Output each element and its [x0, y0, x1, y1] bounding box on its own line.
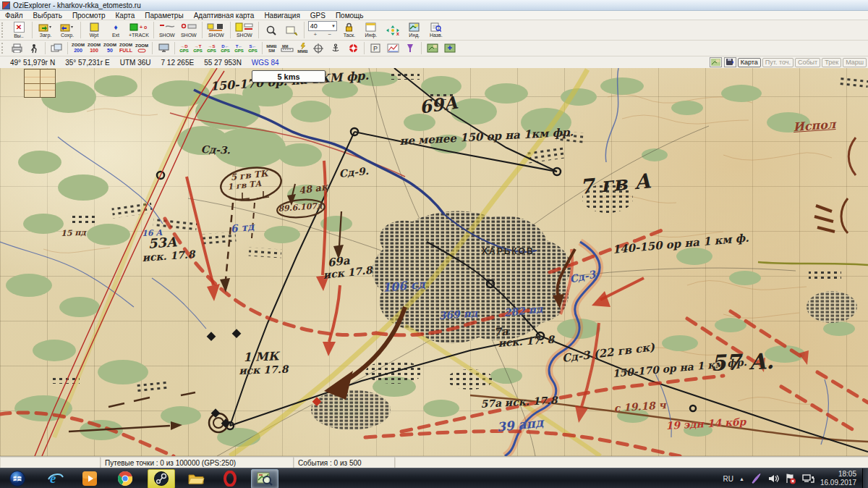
screen-button[interactable]: [155, 41, 172, 55]
media-player-icon[interactable]: [77, 470, 103, 488]
zoom-50-button[interactable]: ZOOM50: [102, 41, 118, 56]
map-annotation: иск 17.8: [239, 363, 289, 376]
track-button[interactable]: + o +TRACK: [127, 21, 151, 39]
start-button[interactable]: [4, 470, 30, 488]
opera-icon[interactable]: [217, 470, 243, 488]
show-hidden-icons-button[interactable]: ▲: [739, 476, 744, 481]
status-cell-empty: [0, 457, 101, 468]
save-button[interactable]: Сохр.: [56, 21, 78, 39]
oziexplorer-taskbar-icon[interactable]: [251, 469, 278, 488]
waypoint-show-button[interactable]: SHOW: [178, 21, 200, 39]
pen-tray-icon[interactable]: [750, 473, 762, 484]
save-position-icon[interactable]: [724, 57, 736, 67]
status-bar: Путевые точки : 0 из 100000 (GPS:250) Со…: [0, 456, 868, 468]
moving-map-lightning-button[interactable]: MMB: [296, 41, 310, 56]
toolbar-grip[interactable]: [1, 43, 7, 54]
coordbar-tab-Событ[interactable]: Событ: [795, 58, 820, 67]
route-show-button[interactable]: SHOW: [205, 21, 228, 39]
antenna-button[interactable]: [401, 41, 419, 55]
pan-control[interactable]: x: [382, 21, 404, 39]
chrome-icon[interactable]: [112, 470, 138, 488]
pan-arrows-icon: x: [385, 25, 401, 35]
window-titlebar[interactable]: OziExplorer - kharkov-rkka_etomesto.ru: [0, 0, 868, 11]
coordbar-tab-Пут. точ.[interactable]: Пут. точ.: [762, 58, 793, 67]
map-annotation: 15 пд: [61, 228, 86, 238]
lock-button[interactable]: Таск.: [339, 21, 360, 39]
moving-map-start-button[interactable]: MMBSM: [265, 41, 278, 56]
position-target-button[interactable]: [310, 41, 327, 55]
toolbar-main: ✕ Вы.. Загр. Сохр. Wpt ♦ Ext + o +TRACK …: [0, 20, 868, 41]
zoom-window-button[interactable]: ZOOM: [134, 41, 150, 56]
traveller-button[interactable]: [25, 41, 43, 55]
menu-item-Просмотр[interactable]: Просмотр: [67, 12, 111, 20]
menu-item-Навигация[interactable]: Навигация: [259, 12, 305, 20]
gps-send-waypoints-button[interactable]: →DGPS: [177, 41, 191, 56]
zoom-in-button[interactable]: +: [313, 31, 317, 38]
coordbar-tab-Карта[interactable]: Карта: [738, 58, 761, 67]
waypoint-icon: [90, 22, 99, 32]
gps-send-tracks-button[interactable]: →TGPS: [191, 41, 205, 56]
menu-item-Карта[interactable]: Карта: [111, 12, 140, 20]
show-desktop-button[interactable]: [862, 468, 868, 488]
coordbar-tab-Марш[interactable]: Марш: [843, 58, 867, 67]
gps-get-routes-button[interactable]: S←GPS: [246, 41, 260, 56]
event-diamond-icon: ♦: [114, 22, 117, 32]
zoom-level-combo[interactable]: 40▾ +−: [308, 21, 337, 39]
map-annotation: с 19.18 ч: [613, 399, 666, 414]
menu-item-Помощь[interactable]: Помощь: [331, 12, 369, 20]
gps-get-waypoints-button[interactable]: D←GPS: [218, 41, 232, 56]
menu-item-Параметры[interactable]: Параметры: [140, 12, 188, 20]
info-button[interactable]: Инф.: [360, 21, 382, 39]
zoom-full-button[interactable]: ZOOMFULL: [118, 41, 134, 56]
load-button[interactable]: Загр.: [35, 21, 56, 39]
coordbar-tab-Трек[interactable]: Трек: [822, 58, 841, 67]
chevron-down-icon: ▾: [332, 23, 335, 29]
action-center-flag-icon[interactable]: [785, 473, 796, 484]
windows-button[interactable]: [48, 41, 65, 55]
lock-icon: [344, 22, 354, 32]
waypoint-button[interactable]: Wpt: [83, 21, 105, 39]
names-button[interactable]: Назв.: [425, 21, 447, 39]
file-explorer-icon[interactable]: [183, 470, 209, 488]
menu-item-GPS[interactable]: GPS: [305, 12, 331, 20]
event-button[interactable]: ♦ Ext: [105, 21, 127, 39]
menu-item-Выбрать[interactable]: Выбрать: [28, 12, 67, 20]
steam-icon[interactable]: [148, 469, 175, 488]
indicator-button[interactable]: Инд.: [404, 21, 425, 39]
zoom-200-button[interactable]: ZOOM200: [70, 41, 86, 56]
zoom-100-button[interactable]: ZOOM100: [86, 41, 102, 56]
network-icon[interactable]: [802, 474, 814, 484]
exit-button[interactable]: ✕ Вы..: [8, 21, 30, 39]
zoom-out-button[interactable]: −: [328, 31, 331, 38]
gps-send-routes-button[interactable]: →SGPS: [205, 41, 218, 56]
projection-button[interactable]: P: [367, 41, 384, 55]
lifebuoy-button[interactable]: [344, 41, 362, 55]
internet-explorer-icon[interactable]: e: [43, 470, 69, 488]
profile-chart-button[interactable]: [384, 41, 401, 55]
map-viewport[interactable]: 150-170 ор. на 1КМ фр.69Ане менее 150 ор…: [0, 68, 868, 456]
map-index-inset: [24, 69, 56, 98]
map-find-button[interactable]: [424, 41, 441, 55]
anchor-button[interactable]: [327, 41, 344, 55]
svg-text:P: P: [373, 45, 378, 52]
map-annotation: 6 тд: [230, 221, 255, 235]
window-title: OziExplorer - kharkov-rkka_etomesto.ru: [13, 1, 141, 9]
menu-item-Файл[interactable]: Файл: [0, 12, 28, 20]
moving-map-ruler-button[interactable]: MM: [278, 41, 296, 55]
menu-item-Адаптивная карта[interactable]: Адаптивная карта: [189, 12, 260, 20]
map-thumbnail-icon[interactable]: [710, 57, 722, 67]
annotation-tools-button[interactable]: SHOW: [233, 21, 256, 39]
exit-icon: ✕: [14, 22, 25, 33]
magnifier-tool-button[interactable]: [261, 21, 281, 39]
gps-get-tracks-button[interactable]: T←GPS: [232, 41, 246, 56]
language-indicator[interactable]: RU: [723, 475, 733, 483]
toolbar-grip[interactable]: [1, 22, 7, 38]
map-annotation: не менее 150 ор на 1км фр.: [399, 125, 574, 148]
print-button[interactable]: [8, 41, 25, 55]
map-comment-button[interactable]: [281, 21, 302, 39]
clock[interactable]: 18:05 16.09.2017: [820, 470, 856, 488]
map-load-button[interactable]: [441, 41, 459, 55]
map-annotation: Испол: [793, 117, 836, 134]
volume-icon[interactable]: [767, 474, 779, 484]
track-show-button[interactable]: SHOW: [156, 21, 178, 39]
